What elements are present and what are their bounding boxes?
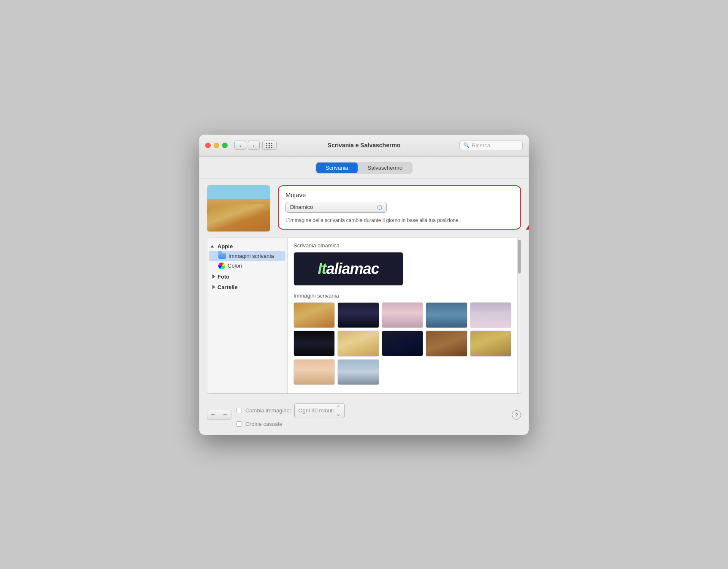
collapse-icon <box>212 274 215 279</box>
info-box: Mojave Dinamico ⬡ L'immagine della scriv… <box>278 185 521 230</box>
sidebar-item-colori[interactable]: Colori <box>207 261 287 271</box>
sidebar-group-apple: Apple Immagini scrivania Colori <box>207 241 287 271</box>
search-bar[interactable]: 🔍 Ricerca <box>459 141 523 150</box>
close-button[interactable] <box>205 143 211 148</box>
info-title: Mojave <box>285 191 513 198</box>
forward-button[interactable]: › <box>248 141 260 150</box>
add-button[interactable]: + <box>207 410 219 420</box>
traffic-lights <box>205 143 228 148</box>
sidebar-group-cartelle: Cartelle <box>207 282 287 292</box>
titlebar: ‹ › Scrivania e Salvaschermo 🔍 Ricerca <box>199 135 529 157</box>
grid-icon <box>266 143 273 148</box>
sidebar: Apple Immagini scrivania Colori Foto <box>207 238 288 393</box>
dune-shape <box>207 204 270 231</box>
wallpaper-2[interactable] <box>337 302 379 328</box>
top-section: Mojave Dinamico ⬡ L'immagine della scriv… <box>207 185 521 232</box>
sidebar-cartelle-header[interactable]: Cartelle <box>207 282 287 292</box>
wallpaper-6[interactable] <box>293 331 335 356</box>
interval-value: Ogni 30 minuti <box>298 407 334 414</box>
static-section: Immagini scrivania <box>293 293 511 385</box>
remove-button[interactable]: − <box>219 410 231 420</box>
bottom-bar: + − Cambia immagine: Ogni 30 minuti ⌃⌄ O… <box>207 400 521 429</box>
window-title: Scrivania e Salvaschermo <box>328 142 401 149</box>
tab-scrivania[interactable]: Scrivania <box>316 163 357 173</box>
wallpaper-10[interactable] <box>470 331 511 357</box>
expand-icon <box>212 245 216 248</box>
maximize-button[interactable] <box>222 143 228 148</box>
cambia-immagine-label: Cambia immagine: <box>245 407 291 414</box>
desktop-preview <box>207 185 270 232</box>
add-remove-buttons: + − <box>207 410 231 420</box>
main-grid: Scrivania dinamica Italiamac Immagini sc… <box>288 238 517 393</box>
sidebar-cartelle-label: Cartelle <box>217 284 238 290</box>
middle-section: Apple Immagini scrivania Colori Foto <box>207 238 521 394</box>
wallpaper-9[interactable] <box>426 331 467 357</box>
scrollbar-thumb[interactable] <box>518 240 521 274</box>
sidebar-apple-label: Apple <box>217 243 233 249</box>
info-description: L'immagine della scrivania cambia durant… <box>285 217 513 224</box>
bottom-options: Cambia immagine: Ogni 30 minuti ⌃⌄ Ordin… <box>236 403 507 427</box>
cambia-immagine-checkbox[interactable] <box>236 408 242 413</box>
ordine-casuale-label: Ordine casuale <box>245 421 282 427</box>
wallpaper-8[interactable] <box>382 331 423 356</box>
tab-group: Scrivania Salvaschermo <box>315 162 413 174</box>
desert-image <box>207 186 270 231</box>
interval-arrow-icon: ⌃⌄ <box>336 404 341 417</box>
wallpaper-11[interactable] <box>293 359 335 385</box>
wallpaper-4[interactable] <box>426 302 467 328</box>
sidebar-group-foto: Foto <box>207 272 287 282</box>
sidebar-foto-label: Foto <box>217 274 229 280</box>
red-arrow <box>521 185 529 236</box>
sidebar-apple-header[interactable]: Apple <box>207 241 287 251</box>
help-button[interactable]: ? <box>512 410 521 420</box>
search-icon: 🔍 <box>463 142 470 148</box>
ordine-casuale-checkbox[interactable] <box>236 421 242 427</box>
dynamic-section: Scrivania dinamica Italiamac <box>293 242 511 286</box>
sidebar-immagini-label: Immagini scrivania <box>228 253 274 259</box>
interval-dropdown[interactable]: Ogni 30 minuti ⌃⌄ <box>294 403 345 418</box>
tab-salvaschermo[interactable]: Salvaschermo <box>359 163 412 173</box>
sidebar-foto-header[interactable]: Foto <box>207 272 287 282</box>
sidebar-item-immagini[interactable]: Immagini scrivania <box>209 251 285 261</box>
dynamic-preview-thumb[interactable]: Italiamac <box>293 252 403 286</box>
ordine-casuale-row: Ordine casuale <box>236 421 507 427</box>
nav-buttons: ‹ › <box>234 141 260 150</box>
tabs-bar: Scrivania Salvaschermo <box>199 157 529 179</box>
wallpaper-12[interactable] <box>337 359 379 385</box>
dynamic-section-label: Scrivania dinamica <box>293 242 511 249</box>
minimize-button[interactable] <box>214 143 219 148</box>
italiamac-logo: Italiamac <box>318 260 379 278</box>
back-button[interactable]: ‹ <box>234 141 246 150</box>
wallpaper-7[interactable] <box>337 331 379 357</box>
wallpaper-grid <box>293 302 511 385</box>
cambia-immagine-row: Cambia immagine: Ogni 30 minuti ⌃⌄ <box>236 403 507 418</box>
wallpaper-1[interactable] <box>293 302 335 328</box>
search-placeholder: Ricerca <box>472 142 490 149</box>
dropdown-row: Dinamico ⬡ <box>285 202 513 213</box>
sidebar-colori-label: Colori <box>228 263 242 269</box>
wallpaper-5[interactable] <box>470 302 511 328</box>
grid-view-button[interactable] <box>262 141 277 150</box>
mode-dropdown[interactable]: Dinamico ⬡ <box>285 202 387 213</box>
content: Mojave Dinamico ⬡ L'immagine della scriv… <box>199 179 529 435</box>
folder-icon <box>218 253 226 259</box>
dropdown-arrow-icon: ⬡ <box>377 204 382 211</box>
collapse-icon-2 <box>212 285 215 289</box>
static-section-label: Immagini scrivania <box>293 293 511 299</box>
window: ‹ › Scrivania e Salvaschermo 🔍 Ricerca S… <box>199 135 529 435</box>
dropdown-value: Dinamico <box>290 204 313 210</box>
color-wheel-icon <box>218 263 225 269</box>
wallpaper-3[interactable] <box>382 302 423 328</box>
scrollbar[interactable] <box>517 238 521 393</box>
